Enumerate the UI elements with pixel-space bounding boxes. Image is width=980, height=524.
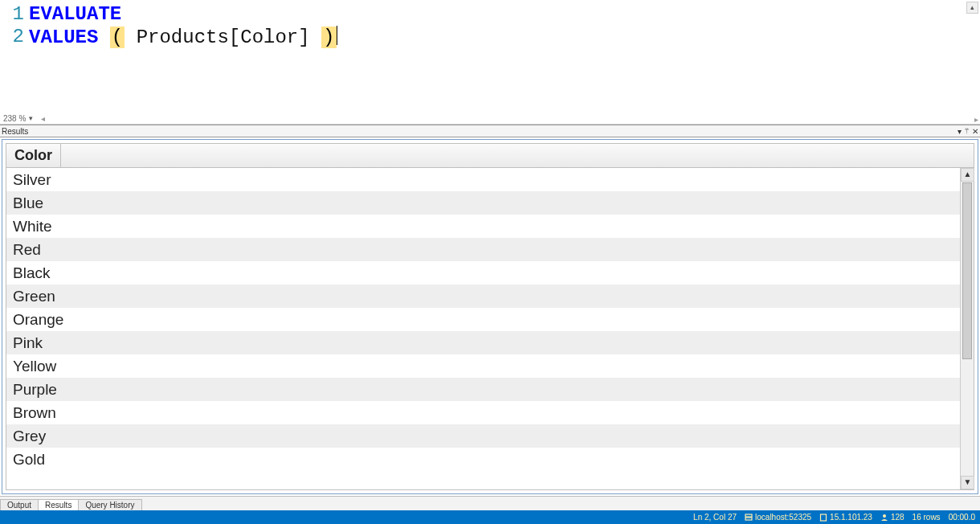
pane-pin-icon[interactable]: ⍡ [965, 127, 969, 136]
text-caret [337, 26, 337, 45]
table-row[interactable]: Blue [6, 191, 960, 215]
table-row[interactable]: Pink [6, 331, 960, 354]
table-row[interactable]: Green [6, 285, 960, 308]
paren-token: ) [321, 27, 336, 48]
results-pane-title: Results [2, 127, 958, 136]
pane-close-icon[interactable]: ✕ [972, 127, 978, 136]
status-cursor-position: Ln 2, Col 27 [693, 513, 737, 522]
results-pane-header: Results ▾ ⍡ ✕ [0, 125, 980, 137]
grid-scroll-thumb[interactable] [962, 182, 972, 359]
status-spid: 128 [880, 513, 904, 522]
svg-rect-0 [745, 514, 752, 517]
table-row[interactable]: Orange [6, 308, 960, 331]
status-server: localhost:52325 [745, 513, 811, 522]
space-token [125, 27, 136, 48]
editor-pane: 12 EVALUATEVALUES ( Products[Color] ) ▴ … [0, 0, 980, 125]
column-header[interactable]: Color [6, 144, 61, 167]
status-elapsed: 00:00.0 [949, 513, 975, 522]
svg-point-3 [883, 514, 886, 518]
table-row[interactable]: Red [6, 238, 960, 261]
paren-token: ( [110, 27, 125, 48]
grid-body[interactable]: SilverBlueWhiteRedBlackGreenOrangePinkYe… [6, 168, 960, 489]
grid-scroll-down-button[interactable]: ▼ [961, 476, 974, 489]
svg-rect-1 [745, 518, 752, 520]
table-row[interactable]: Yellow [6, 354, 960, 378]
identifier-token: Products[Color] [137, 27, 310, 48]
grid-vertical-scrollbar[interactable]: ▲ ▼ [960, 168, 974, 489]
line-number: 2 [0, 26, 24, 48]
space-token [98, 27, 109, 48]
svg-rect-2 [821, 514, 827, 521]
zoom-level[interactable]: 238 % [3, 114, 26, 123]
table-row[interactable]: Black [6, 261, 960, 285]
status-bar: Ln 2, Col 27 localhost:52325 15.1.101.23… [0, 510, 980, 524]
space-token [310, 27, 321, 48]
table-row[interactable]: Gold [6, 448, 960, 471]
table-row[interactable]: Silver [6, 168, 960, 191]
grid-scroll-up-button[interactable]: ▲ [961, 168, 974, 182]
table-row[interactable]: Grey [6, 424, 960, 448]
keyword-token: VALUES [29, 27, 98, 48]
editor-hscroll-left-button[interactable]: ◂ [41, 114, 45, 123]
code-editor[interactable]: 12 EVALUATEVALUES ( Products[Color] ) [0, 0, 980, 124]
pane-dropdown-icon[interactable]: ▾ [958, 127, 962, 136]
table-row[interactable]: Brown [6, 401, 960, 424]
server-icon [745, 514, 753, 522]
line-number: 1 [0, 3, 24, 26]
results-grid-container: Color SilverBlueWhiteRedBlackGreenOrange… [2, 139, 978, 494]
editor-scroll-up-button[interactable]: ▴ [966, 2, 978, 14]
tab-output[interactable]: Output [0, 499, 39, 510]
keyword-token: EVALUATE [29, 3, 121, 25]
zoom-dropdown-icon[interactable]: ▾ [29, 114, 33, 122]
editor-hscroll-right-button[interactable]: ▸ [974, 115, 978, 124]
grid-header-row: Color [6, 144, 974, 168]
version-icon [819, 514, 827, 522]
tab-query-history[interactable]: Query History [78, 499, 141, 510]
bottom-tab-strip: OutputResultsQuery History [0, 496, 980, 510]
table-row[interactable]: Purple [6, 378, 960, 401]
tab-results[interactable]: Results [38, 499, 79, 510]
status-version: 15.1.101.23 [819, 513, 872, 522]
table-row[interactable]: White [6, 215, 960, 238]
code-line[interactable]: EVALUATE [29, 3, 980, 26]
user-icon [880, 514, 888, 522]
status-row-count: 16 rows [913, 513, 941, 522]
code-line[interactable]: VALUES ( Products[Color] ) [29, 26, 980, 49]
